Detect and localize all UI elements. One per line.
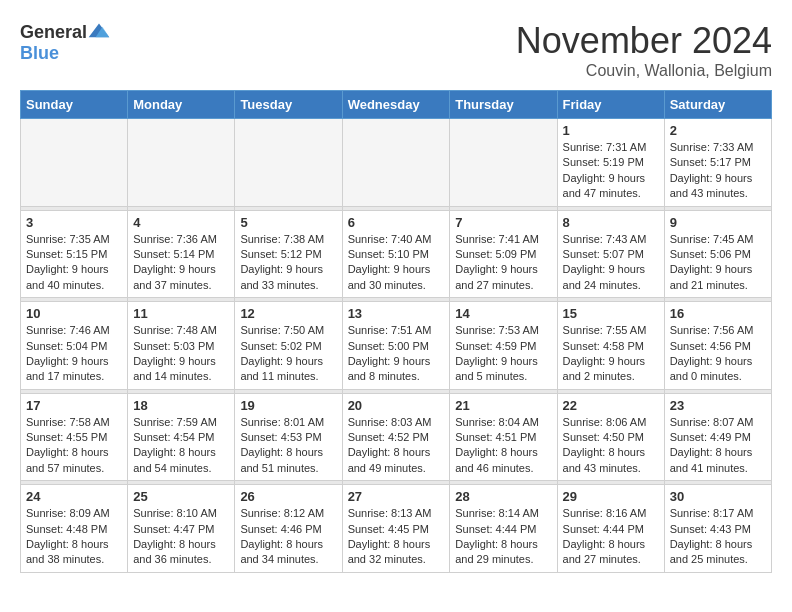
- table-row: 9Sunrise: 7:45 AM Sunset: 5:06 PM Daylig…: [664, 210, 771, 298]
- day-info: Sunrise: 7:48 AM Sunset: 5:03 PM Dayligh…: [133, 323, 229, 385]
- table-row: 26Sunrise: 8:12 AM Sunset: 4:46 PM Dayli…: [235, 485, 342, 573]
- day-info: Sunrise: 7:46 AM Sunset: 5:04 PM Dayligh…: [26, 323, 122, 385]
- day-info: Sunrise: 7:45 AM Sunset: 5:06 PM Dayligh…: [670, 232, 766, 294]
- table-row: 14Sunrise: 7:53 AM Sunset: 4:59 PM Dayli…: [450, 302, 557, 390]
- day-info: Sunrise: 7:58 AM Sunset: 4:55 PM Dayligh…: [26, 415, 122, 477]
- day-info: Sunrise: 7:55 AM Sunset: 4:58 PM Dayligh…: [563, 323, 659, 385]
- day-info: Sunrise: 7:41 AM Sunset: 5:09 PM Dayligh…: [455, 232, 551, 294]
- day-number: 27: [348, 489, 445, 504]
- table-row: 24Sunrise: 8:09 AM Sunset: 4:48 PM Dayli…: [21, 485, 128, 573]
- table-row: 28Sunrise: 8:14 AM Sunset: 4:44 PM Dayli…: [450, 485, 557, 573]
- table-row: 19Sunrise: 8:01 AM Sunset: 4:53 PM Dayli…: [235, 393, 342, 481]
- table-row: 27Sunrise: 8:13 AM Sunset: 4:45 PM Dayli…: [342, 485, 450, 573]
- table-row: 30Sunrise: 8:17 AM Sunset: 4:43 PM Dayli…: [664, 485, 771, 573]
- day-number: 22: [563, 398, 659, 413]
- table-row: [235, 119, 342, 207]
- title-area: November 2024 Couvin, Wallonia, Belgium: [516, 20, 772, 80]
- day-number: 24: [26, 489, 122, 504]
- day-info: Sunrise: 8:06 AM Sunset: 4:50 PM Dayligh…: [563, 415, 659, 477]
- day-info: Sunrise: 8:09 AM Sunset: 4:48 PM Dayligh…: [26, 506, 122, 568]
- calendar-week-row: 1Sunrise: 7:31 AM Sunset: 5:19 PM Daylig…: [21, 119, 772, 207]
- table-row: 6Sunrise: 7:40 AM Sunset: 5:10 PM Daylig…: [342, 210, 450, 298]
- logo-general: General: [20, 23, 87, 41]
- day-number: 16: [670, 306, 766, 321]
- table-row: 12Sunrise: 7:50 AM Sunset: 5:02 PM Dayli…: [235, 302, 342, 390]
- day-info: Sunrise: 8:17 AM Sunset: 4:43 PM Dayligh…: [670, 506, 766, 568]
- table-row: 1Sunrise: 7:31 AM Sunset: 5:19 PM Daylig…: [557, 119, 664, 207]
- day-number: 10: [26, 306, 122, 321]
- calendar-week-row: 10Sunrise: 7:46 AM Sunset: 5:04 PM Dayli…: [21, 302, 772, 390]
- header-thursday: Thursday: [450, 91, 557, 119]
- day-number: 20: [348, 398, 445, 413]
- day-number: 3: [26, 215, 122, 230]
- header-friday: Friday: [557, 91, 664, 119]
- day-number: 2: [670, 123, 766, 138]
- header-saturday: Saturday: [664, 91, 771, 119]
- day-number: 12: [240, 306, 336, 321]
- day-info: Sunrise: 8:07 AM Sunset: 4:49 PM Dayligh…: [670, 415, 766, 477]
- table-row: 3Sunrise: 7:35 AM Sunset: 5:15 PM Daylig…: [21, 210, 128, 298]
- day-number: 23: [670, 398, 766, 413]
- day-info: Sunrise: 7:53 AM Sunset: 4:59 PM Dayligh…: [455, 323, 551, 385]
- day-info: Sunrise: 8:04 AM Sunset: 4:51 PM Dayligh…: [455, 415, 551, 477]
- day-number: 9: [670, 215, 766, 230]
- table-row: 4Sunrise: 7:36 AM Sunset: 5:14 PM Daylig…: [128, 210, 235, 298]
- table-row: 7Sunrise: 7:41 AM Sunset: 5:09 PM Daylig…: [450, 210, 557, 298]
- day-number: 4: [133, 215, 229, 230]
- day-info: Sunrise: 8:13 AM Sunset: 4:45 PM Dayligh…: [348, 506, 445, 568]
- location-title: Couvin, Wallonia, Belgium: [516, 62, 772, 80]
- table-row: 23Sunrise: 8:07 AM Sunset: 4:49 PM Dayli…: [664, 393, 771, 481]
- day-info: Sunrise: 8:14 AM Sunset: 4:44 PM Dayligh…: [455, 506, 551, 568]
- day-info: Sunrise: 7:36 AM Sunset: 5:14 PM Dayligh…: [133, 232, 229, 294]
- table-row: 18Sunrise: 7:59 AM Sunset: 4:54 PM Dayli…: [128, 393, 235, 481]
- day-info: Sunrise: 7:40 AM Sunset: 5:10 PM Dayligh…: [348, 232, 445, 294]
- day-number: 21: [455, 398, 551, 413]
- calendar-week-row: 24Sunrise: 8:09 AM Sunset: 4:48 PM Dayli…: [21, 485, 772, 573]
- logo-blue: Blue: [20, 44, 59, 62]
- table-row: 10Sunrise: 7:46 AM Sunset: 5:04 PM Dayli…: [21, 302, 128, 390]
- table-row: 17Sunrise: 7:58 AM Sunset: 4:55 PM Dayli…: [21, 393, 128, 481]
- calendar-header-row: SundayMondayTuesdayWednesdayThursdayFrid…: [21, 91, 772, 119]
- table-row: 20Sunrise: 8:03 AM Sunset: 4:52 PM Dayli…: [342, 393, 450, 481]
- day-info: Sunrise: 8:10 AM Sunset: 4:47 PM Dayligh…: [133, 506, 229, 568]
- header-wednesday: Wednesday: [342, 91, 450, 119]
- header: General Blue November 2024 Couvin, Wallo…: [20, 20, 772, 80]
- table-row: 29Sunrise: 8:16 AM Sunset: 4:44 PM Dayli…: [557, 485, 664, 573]
- day-info: Sunrise: 7:56 AM Sunset: 4:56 PM Dayligh…: [670, 323, 766, 385]
- day-info: Sunrise: 7:51 AM Sunset: 5:00 PM Dayligh…: [348, 323, 445, 385]
- day-number: 8: [563, 215, 659, 230]
- day-number: 15: [563, 306, 659, 321]
- day-number: 14: [455, 306, 551, 321]
- table-row: 22Sunrise: 8:06 AM Sunset: 4:50 PM Dayli…: [557, 393, 664, 481]
- day-number: 18: [133, 398, 229, 413]
- day-info: Sunrise: 8:01 AM Sunset: 4:53 PM Dayligh…: [240, 415, 336, 477]
- day-info: Sunrise: 7:43 AM Sunset: 5:07 PM Dayligh…: [563, 232, 659, 294]
- day-info: Sunrise: 7:38 AM Sunset: 5:12 PM Dayligh…: [240, 232, 336, 294]
- day-info: Sunrise: 8:12 AM Sunset: 4:46 PM Dayligh…: [240, 506, 336, 568]
- table-row: 15Sunrise: 7:55 AM Sunset: 4:58 PM Dayli…: [557, 302, 664, 390]
- logo-icon: [87, 20, 111, 44]
- month-title: November 2024: [516, 20, 772, 62]
- day-number: 17: [26, 398, 122, 413]
- header-monday: Monday: [128, 91, 235, 119]
- table-row: 25Sunrise: 8:10 AM Sunset: 4:47 PM Dayli…: [128, 485, 235, 573]
- logo: General Blue: [20, 20, 111, 62]
- table-row: 21Sunrise: 8:04 AM Sunset: 4:51 PM Dayli…: [450, 393, 557, 481]
- table-row: 13Sunrise: 7:51 AM Sunset: 5:00 PM Dayli…: [342, 302, 450, 390]
- calendar: SundayMondayTuesdayWednesdayThursdayFrid…: [20, 90, 772, 573]
- day-number: 7: [455, 215, 551, 230]
- day-number: 5: [240, 215, 336, 230]
- day-info: Sunrise: 7:31 AM Sunset: 5:19 PM Dayligh…: [563, 140, 659, 202]
- day-info: Sunrise: 8:03 AM Sunset: 4:52 PM Dayligh…: [348, 415, 445, 477]
- day-number: 13: [348, 306, 445, 321]
- table-row: 5Sunrise: 7:38 AM Sunset: 5:12 PM Daylig…: [235, 210, 342, 298]
- day-number: 30: [670, 489, 766, 504]
- calendar-week-row: 17Sunrise: 7:58 AM Sunset: 4:55 PM Dayli…: [21, 393, 772, 481]
- day-info: Sunrise: 7:50 AM Sunset: 5:02 PM Dayligh…: [240, 323, 336, 385]
- day-number: 25: [133, 489, 229, 504]
- table-row: [342, 119, 450, 207]
- day-info: Sunrise: 8:16 AM Sunset: 4:44 PM Dayligh…: [563, 506, 659, 568]
- day-info: Sunrise: 7:35 AM Sunset: 5:15 PM Dayligh…: [26, 232, 122, 294]
- table-row: 8Sunrise: 7:43 AM Sunset: 5:07 PM Daylig…: [557, 210, 664, 298]
- day-number: 19: [240, 398, 336, 413]
